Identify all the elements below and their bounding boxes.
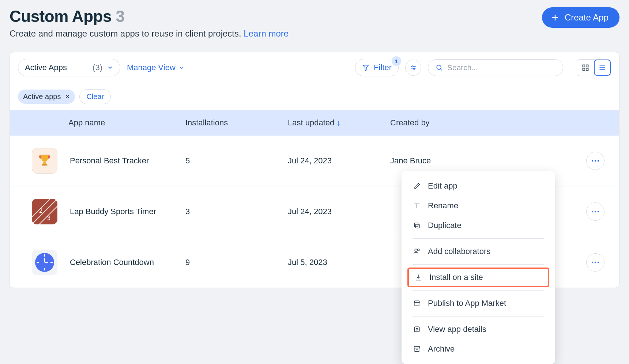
view-toggle <box>577 59 611 76</box>
svg-rect-45 <box>414 346 420 348</box>
app-icon: 23 <box>32 199 57 224</box>
menu-publish[interactable]: Publish to App Market <box>402 293 555 313</box>
dots-icon <box>591 261 599 263</box>
menu-install-on-site[interactable]: Install on a site <box>407 268 549 287</box>
svg-rect-43 <box>414 327 419 331</box>
menu-archive[interactable]: Archive <box>402 339 555 359</box>
updated-cell: Jul 5, 2023 <box>288 237 390 288</box>
col-app-name[interactable]: App name <box>10 110 185 136</box>
menu-duplicate[interactable]: Duplicate <box>402 216 555 235</box>
svg-line-8 <box>440 69 442 70</box>
learn-more-link[interactable]: Learn more <box>244 29 289 38</box>
list-icon <box>599 64 606 71</box>
svg-point-28 <box>598 211 599 212</box>
svg-point-44 <box>416 329 418 330</box>
search-icon <box>436 64 443 71</box>
svg-point-38 <box>598 262 599 263</box>
app-name: Celebration Countdown <box>70 258 154 267</box>
col-created-by[interactable]: Created by <box>390 110 575 136</box>
svg-point-27 <box>595 211 596 212</box>
updated-cell: Jul 24, 2023 <box>288 186 390 237</box>
view-select[interactable]: Active Apps (3) <box>18 59 120 76</box>
download-icon <box>414 274 423 281</box>
menu-view-details[interactable]: View app details <box>402 319 555 339</box>
menu-edit-app[interactable]: Edit app <box>402 176 555 196</box>
remove-chip-icon[interactable]: ✕ <box>65 93 70 100</box>
info-icon <box>413 326 421 333</box>
svg-marker-2 <box>363 65 369 71</box>
page-title: Custom Apps 3 <box>10 7 289 26</box>
text-icon <box>413 202 421 209</box>
create-app-button[interactable]: Create App <box>542 7 619 28</box>
menu-rename[interactable]: Rename <box>402 196 555 216</box>
app-icon <box>32 250 57 275</box>
search-input-wrap[interactable] <box>428 59 563 76</box>
installations-cell: 9 <box>185 237 288 288</box>
menu-add-collaborators[interactable]: Add collaborators <box>402 242 555 261</box>
users-icon <box>413 248 421 255</box>
manage-view-link[interactable]: Manage View <box>127 63 184 72</box>
settings-button[interactable] <box>405 60 421 76</box>
row-more-button[interactable] <box>586 152 604 170</box>
svg-rect-9 <box>583 65 585 67</box>
svg-rect-10 <box>586 65 588 67</box>
app-icon <box>32 148 57 174</box>
plus-icon <box>551 13 560 22</box>
dots-icon <box>591 211 599 213</box>
row-context-menu: Edit app Rename Duplicate Add collaborat… <box>402 171 555 364</box>
active-filter-chip[interactable]: Active apps ✕ <box>18 90 75 104</box>
svg-point-18 <box>595 160 596 162</box>
col-installations[interactable]: Installations <box>185 110 288 136</box>
svg-point-41 <box>415 249 417 251</box>
dots-icon <box>591 160 599 162</box>
svg-text:3: 3 <box>47 215 50 221</box>
app-name: Personal Best Tracker <box>70 156 149 166</box>
svg-rect-12 <box>586 68 588 71</box>
svg-point-37 <box>595 262 596 263</box>
copy-icon <box>413 222 421 229</box>
svg-rect-16 <box>42 164 48 166</box>
svg-point-7 <box>437 65 441 69</box>
search-input[interactable] <box>447 63 555 72</box>
svg-point-5 <box>412 66 413 67</box>
svg-point-42 <box>418 249 419 251</box>
grid-icon <box>582 64 589 71</box>
row-more-button[interactable] <box>586 202 604 221</box>
chevron-down-icon <box>107 64 113 71</box>
col-last-updated[interactable]: Last updated↓ <box>288 110 390 136</box>
svg-rect-40 <box>414 223 418 227</box>
chevron-down-icon <box>178 65 184 71</box>
list-view-toggle[interactable] <box>594 60 611 76</box>
row-more-button[interactable] <box>586 253 604 272</box>
page-subtitle: Create and manage custom apps to reuse i… <box>10 29 289 39</box>
archive-icon <box>413 345 421 353</box>
filter-icon <box>362 64 369 71</box>
svg-point-6 <box>414 68 415 69</box>
pencil-icon <box>413 182 421 190</box>
sliders-icon <box>410 64 417 71</box>
filter-button[interactable]: Filter 1 <box>355 59 399 76</box>
svg-point-19 <box>598 160 599 162</box>
store-icon <box>413 300 421 307</box>
svg-rect-11 <box>583 68 585 71</box>
svg-point-17 <box>592 160 593 162</box>
app-name: Lap Buddy Sports Timer <box>70 207 156 216</box>
sort-down-icon: ↓ <box>336 118 340 127</box>
filter-count-badge: 1 <box>392 56 401 66</box>
updated-cell: Jul 24, 2023 <box>288 136 390 186</box>
grid-view-toggle[interactable] <box>577 60 594 76</box>
svg-point-36 <box>592 262 593 263</box>
installations-cell: 5 <box>185 136 288 186</box>
installations-cell: 3 <box>185 186 288 237</box>
svg-rect-39 <box>416 224 419 228</box>
clear-filters-button[interactable]: Clear <box>79 89 111 104</box>
svg-text:2: 2 <box>39 208 42 214</box>
svg-point-26 <box>592 211 593 212</box>
